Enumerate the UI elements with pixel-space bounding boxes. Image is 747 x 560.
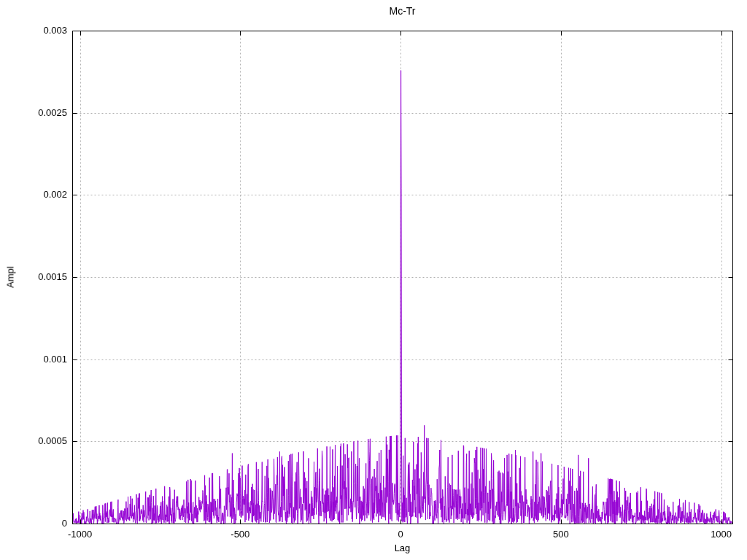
chart-figure: Mc-Tr Ampl Lag 0 0.0005 0.001 0.0015 0.0… bbox=[0, 0, 747, 560]
x-tick-label: -500 bbox=[211, 529, 269, 540]
plot-canvas bbox=[0, 0, 747, 560]
y-tick-label: 0.002 bbox=[4, 189, 67, 201]
y-tick-label: 0.0015 bbox=[4, 271, 67, 283]
x-axis-label: Lag bbox=[72, 542, 732, 553]
x-tick-label: 0 bbox=[371, 529, 430, 540]
chart-title: Mc-Tr bbox=[72, 5, 732, 17]
y-tick-label: 0.003 bbox=[4, 25, 67, 36]
x-tick-label: 1000 bbox=[692, 529, 747, 540]
y-tick-label: 0 bbox=[4, 518, 67, 529]
x-tick-label: -1000 bbox=[51, 529, 109, 540]
y-tick-label: 0.0025 bbox=[4, 107, 67, 119]
x-tick-label: 500 bbox=[532, 529, 590, 540]
y-tick-label: 0.001 bbox=[4, 354, 67, 365]
y-tick-label: 0.0005 bbox=[4, 435, 67, 447]
